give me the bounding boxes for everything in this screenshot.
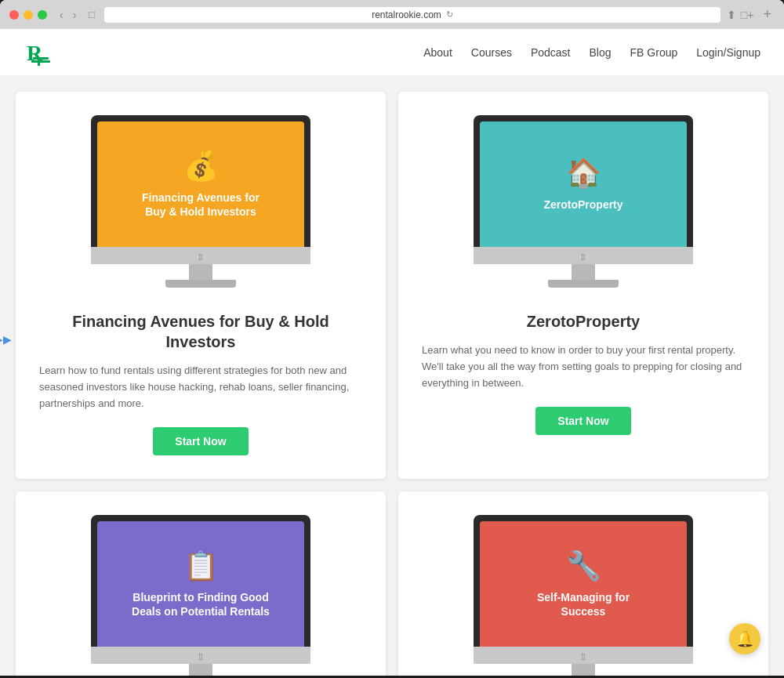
card-title-zerotoproperty: ZerotoProperty (422, 311, 745, 332)
nav-fbgroup[interactable]: FB Group (630, 46, 678, 59)
selfmanaging-screen-title: Self-Managing forSuccess (537, 590, 630, 618)
nav-courses[interactable]: Courses (471, 46, 512, 59)
logo-icon: R (24, 35, 58, 70)
course-card-blueprint: 📋 Blueprint to Finding GoodDeals on Pote… (16, 491, 386, 676)
browser-titlebar: ‹ › □ rentalrookie.com ↻ ⬆ □+ + (0, 0, 784, 29)
monitor-neck-selfmanaging (572, 664, 595, 676)
navbar: R About Courses Podcast Blog FB Group Lo… (0, 29, 784, 76)
browser-chrome: ‹ › □ rentalrookie.com ↻ ⬆ □+ + (0, 0, 784, 29)
browser-actions: ⬆ □+ (727, 9, 754, 21)
monitor-outer-zerotoproperty: 🏠 ZerotoProperty (474, 115, 693, 247)
bell-icon: 🔔 (735, 629, 755, 648)
blueprint-screen-title: Blueprint to Finding GoodDeals on Potent… (132, 590, 270, 618)
traffic-light-yellow[interactable] (24, 10, 33, 20)
notification-bell[interactable]: 🔔 (729, 623, 760, 654)
svg-rect-4 (31, 60, 50, 63)
monitor-foot-financing (165, 280, 236, 288)
financing-screen-icon: 💰 (183, 150, 219, 183)
traffic-light-red[interactable] (9, 10, 19, 20)
page-content: R About Courses Podcast Blog FB Group Lo… (0, 29, 784, 676)
course-card-zerotoproperty: 🏠 ZerotoProperty  ZerotoProp (398, 92, 768, 479)
nav-links: About Courses Podcast Blog FB Group Logi… (423, 46, 760, 59)
monitor-wrapper-zerotoproperty: 🏠 ZerotoProperty  (398, 92, 768, 303)
zerotoproperty-screen-title: ZerotoProperty (543, 198, 622, 212)
monitor-wrapper-blueprint: 📋 Blueprint to Finding GoodDeals on Pote… (16, 491, 386, 676)
start-button-zerotoproperty[interactable]: Start Now (535, 407, 630, 435)
traffic-lights (9, 10, 47, 20)
card-content-zerotoproperty: ZerotoProperty Learn what you need to kn… (398, 303, 768, 435)
monitor-outer-financing: 💰 Financing Avenues forBuy & Hold Invest… (91, 115, 310, 247)
card-content-financing: Financing Avenues for Buy & Hold Investo… (16, 303, 386, 455)
courses-grid: 💰 Financing Avenues forBuy & Hold Invest… (0, 76, 784, 676)
selfmanaging-screen-icon: 🔧 (566, 549, 601, 582)
add-bookmark-button[interactable]: □+ (741, 9, 754, 21)
monitor-outer-selfmanaging: 🔧 Self-Managing forSuccess (474, 515, 693, 647)
card-desc-financing: Learn how to fund rentals using differen… (39, 363, 362, 412)
nav-about[interactable]: About (423, 46, 452, 59)
refresh-icon: ↻ (446, 9, 453, 20)
monitor-wrapper-financing: 💰 Financing Avenues forBuy & Hold Invest… (16, 92, 386, 303)
new-tab-button[interactable]: + (760, 6, 775, 23)
monitor-selfmanaging: 🔧 Self-Managing forSuccess  (474, 515, 693, 676)
monitor-blueprint: 📋 Blueprint to Finding GoodDeals on Pote… (91, 515, 310, 676)
monitor-stand-selfmanaging:  (474, 647, 693, 676)
address-bar[interactable]: rentalrookie.com ↻ (104, 7, 720, 23)
monitor-stand-zerotoproperty:  (474, 247, 693, 288)
nav-podcast[interactable]: Podcast (531, 46, 571, 59)
course-card-selfmanaging: 🔧 Self-Managing forSuccess  (398, 491, 768, 676)
blueprint-screen-icon: 📋 (183, 549, 219, 582)
traffic-light-green[interactable] (38, 10, 47, 20)
nav-blog[interactable]: Blog (590, 46, 612, 59)
monitor-wrapper-selfmanaging: 🔧 Self-Managing forSuccess  (398, 491, 768, 676)
monitor-outer-blueprint: 📋 Blueprint to Finding GoodDeals on Pote… (91, 515, 310, 647)
monitor-screen-zerotoproperty: 🏠 ZerotoProperty (480, 121, 687, 247)
monitor-financing: 💰 Financing Avenues forBuy & Hold Invest… (91, 115, 310, 288)
card-desc-zerotoproperty: Learn what you need to know in order to … (422, 343, 745, 391)
zerotoproperty-screen-icon: 🏠 (566, 157, 601, 190)
nav-login-signup[interactable]: Login/Signup (696, 46, 760, 59)
window-button[interactable]: □ (85, 7, 98, 22)
sidebar-arrows-container: ▶▶ (0, 331, 6, 348)
svg-rect-2 (33, 57, 49, 60)
monitor-neck-zerotoproperty (572, 264, 595, 280)
url-text: rentalrookie.com (372, 9, 441, 20)
logo: R (24, 35, 58, 70)
card-title-financing: Financing Avenues for Buy & Hold Investo… (39, 311, 362, 352)
monitor-zerotoproperty: 🏠 ZerotoProperty  (474, 115, 693, 288)
nav-buttons: ‹ › (56, 7, 79, 23)
back-button[interactable]: ‹ (56, 7, 67, 23)
course-card-financing: 💰 Financing Avenues forBuy & Hold Invest… (16, 92, 386, 479)
monitor-screen-financing: 💰 Financing Avenues forBuy & Hold Invest… (97, 121, 304, 247)
share-button[interactable]: ⬆ (727, 9, 736, 21)
monitor-neck-blueprint (189, 664, 212, 676)
monitor-neck-financing (189, 264, 212, 280)
monitor-stand-financing:  (91, 247, 310, 288)
financing-screen-title: Financing Avenues forBuy & Hold Investor… (142, 190, 260, 219)
monitor-screen-selfmanaging: 🔧 Self-Managing forSuccess (480, 521, 687, 647)
monitor-foot-zerotoproperty (548, 280, 619, 288)
monitor-stand-blueprint:  (91, 647, 310, 676)
monitor-screen-blueprint: 📋 Blueprint to Finding GoodDeals on Pote… (97, 521, 304, 647)
sidebar-arrows: ▶▶ (0, 334, 12, 345)
forward-button[interactable]: › (70, 7, 80, 23)
start-button-financing[interactable]: Start Now (153, 427, 248, 455)
